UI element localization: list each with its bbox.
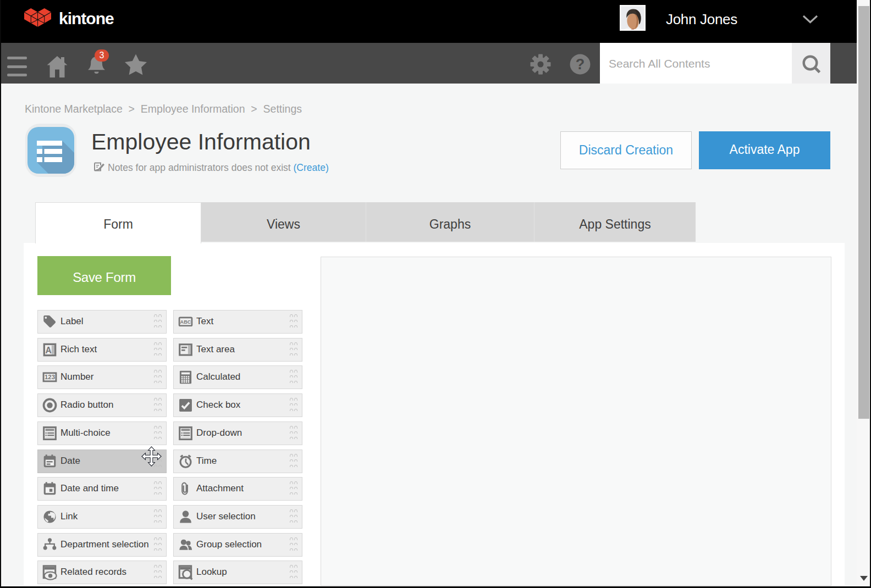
svg-text:A: A bbox=[45, 346, 51, 355]
svg-text:?: ? bbox=[576, 56, 585, 73]
svg-text:ABC: ABC bbox=[180, 319, 191, 325]
svg-text:123: 123 bbox=[45, 374, 55, 380]
